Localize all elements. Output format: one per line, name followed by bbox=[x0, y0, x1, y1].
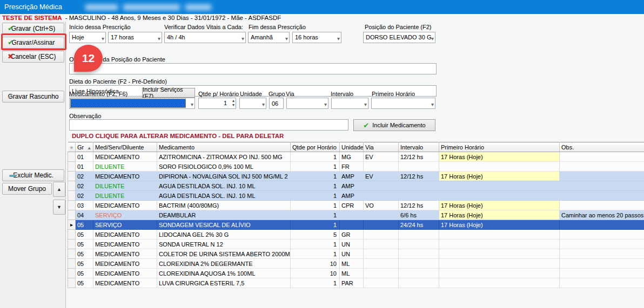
cell-primeiro[interactable] bbox=[439, 162, 560, 172]
cell-sel[interactable] bbox=[68, 210, 76, 220]
cell-obs[interactable] bbox=[560, 152, 644, 162]
cell-sel[interactable] bbox=[68, 201, 76, 210]
cell-sel[interactable] bbox=[68, 172, 76, 181]
cell-intervalo[interactable]: 6/6 hs bbox=[399, 210, 439, 220]
cell-tipo[interactable]: MEDICAMENTO bbox=[93, 201, 157, 210]
table-row[interactable]: 02 DILUENTE AGUA DESTILADA SOL. INJ. 10 … bbox=[68, 191, 644, 201]
cell-gr[interactable]: 01 bbox=[76, 162, 93, 172]
cell-intervalo[interactable] bbox=[399, 239, 439, 249]
cell-gr[interactable]: 02 bbox=[76, 172, 93, 181]
incluir-medicamento-button[interactable]: ✔ Incluir Medicamento bbox=[353, 119, 435, 131]
cell-unidade[interactable]: AMP bbox=[340, 181, 364, 191]
cell-unidade[interactable]: AMP bbox=[340, 191, 364, 201]
cell-intervalo[interactable]: 24/24 hs bbox=[399, 220, 439, 230]
cell-tipo[interactable]: MEDICAMENTO bbox=[93, 152, 157, 162]
cell-intervalo[interactable] bbox=[399, 230, 439, 239]
col-header-unidade[interactable]: Unidade bbox=[340, 142, 364, 152]
observacao-input[interactable] bbox=[69, 119, 348, 131]
gravar-rascunho-button[interactable]: ✔ Gravar Rascunho bbox=[2, 91, 64, 102]
cell-gr[interactable]: 05 bbox=[76, 259, 93, 269]
table-row[interactable]: 04 SERVIÇO DEAMBULAR 1 6/6 hs 17 Horas (… bbox=[68, 210, 644, 220]
spinner-down-icon[interactable]: ▾ bbox=[232, 103, 234, 107]
cell-tipo[interactable]: DILUENTE bbox=[93, 162, 157, 172]
cell-obs[interactable] bbox=[560, 269, 644, 278]
cell-qtde[interactable]: 1 bbox=[291, 239, 340, 249]
cell-tipo[interactable]: MEDICAMENTO bbox=[93, 259, 157, 269]
cell-sel[interactable] bbox=[68, 152, 76, 162]
cell-via[interactable]: VO bbox=[364, 201, 399, 210]
table-row[interactable]: 05 MEDICAMENTO LUVA CIRURGICA ESTERIL 7,… bbox=[68, 278, 644, 288]
cell-tipo[interactable]: MEDICAMENTO bbox=[93, 230, 157, 239]
inicio-time-select[interactable]: 17 horas ▾ bbox=[108, 32, 162, 43]
unidade-select[interactable]: ▾ bbox=[239, 98, 266, 109]
cell-primeiro[interactable]: 17 Horas (Hoje) bbox=[439, 220, 560, 230]
table-row[interactable]: 03 MEDICAMENTO BACTRIM (400/80MG) 1 CPR … bbox=[68, 201, 644, 210]
cell-via[interactable] bbox=[364, 278, 399, 288]
cell-unidade[interactable]: ML bbox=[340, 269, 364, 278]
cell-med[interactable]: SORO FISIOLOGICO 0,9% 100 ML bbox=[157, 162, 291, 172]
cell-obs[interactable] bbox=[560, 230, 644, 239]
cell-primeiro[interactable] bbox=[439, 191, 560, 201]
cell-sel[interactable] bbox=[68, 249, 76, 259]
cell-primeiro[interactable]: 17 Horas (Hoje) bbox=[439, 210, 560, 220]
cell-tipo[interactable]: MEDICAMENTO bbox=[93, 172, 157, 181]
cell-tipo[interactable]: DILUENTE bbox=[93, 181, 157, 191]
cell-obs[interactable] bbox=[560, 162, 644, 172]
cell-obs[interactable] bbox=[560, 278, 644, 288]
cell-sel[interactable] bbox=[68, 239, 76, 249]
cell-primeiro[interactable] bbox=[439, 249, 560, 259]
cell-intervalo[interactable] bbox=[399, 162, 439, 172]
cell-unidade[interactable]: CPR bbox=[340, 201, 364, 210]
cell-gr[interactable]: 05 bbox=[76, 249, 93, 259]
cell-primeiro[interactable] bbox=[439, 269, 560, 278]
cell-obs[interactable] bbox=[560, 191, 644, 201]
gravar-button[interactable]: ✔ Gravar (Ctrl+S) bbox=[2, 23, 64, 35]
posicao-select[interactable]: DORSO ELEVADO 30 G ▾ bbox=[363, 32, 435, 43]
cell-unidade[interactable]: AMP bbox=[340, 172, 364, 181]
table-row[interactable]: 02 MEDICAMENTO DIPIRONA - NOVALGINA SOL … bbox=[68, 172, 644, 181]
cell-gr[interactable]: 02 bbox=[76, 191, 93, 201]
cell-sel[interactable] bbox=[68, 162, 76, 172]
intervalo-select[interactable]: ▾ bbox=[331, 98, 368, 109]
cell-unidade[interactable]: PAR bbox=[340, 278, 364, 288]
cell-qtde[interactable]: 10 bbox=[291, 259, 340, 269]
table-row[interactable]: 05 MEDICAMENTO LIDOCAINA GEL 2% 30 G 5 G… bbox=[68, 230, 644, 239]
via-select[interactable]: ▾ bbox=[286, 98, 328, 109]
cell-sel[interactable] bbox=[68, 269, 76, 278]
cell-intervalo[interactable] bbox=[399, 278, 439, 288]
table-row[interactable]: 02 DILUENTE AGUA DESTILADA SOL. INJ. 10 … bbox=[68, 181, 644, 191]
cell-qtde[interactable]: 1 bbox=[291, 172, 340, 181]
cell-sel[interactable]: ▸ bbox=[68, 220, 76, 230]
cell-intervalo[interactable]: 12/12 hs bbox=[399, 172, 439, 181]
cell-sel[interactable] bbox=[68, 278, 76, 288]
mover-grupo-button[interactable]: Mover Grupo bbox=[2, 183, 52, 195]
cell-unidade[interactable]: FR bbox=[340, 162, 364, 172]
grupo-input[interactable] bbox=[269, 98, 284, 109]
mover-grupo-up-button[interactable]: ▲ bbox=[53, 182, 65, 197]
cell-qtde[interactable]: 1 bbox=[291, 152, 340, 162]
cell-sel[interactable] bbox=[68, 191, 76, 201]
cell-med[interactable]: AGUA DESTILADA SOL. INJ. 10 ML bbox=[157, 191, 291, 201]
cell-med[interactable]: BACTRIM (400/80MG) bbox=[157, 201, 291, 210]
grid-options-icon[interactable]: ✳ bbox=[69, 145, 73, 150]
cell-tipo[interactable]: MEDICAMENTO bbox=[93, 269, 157, 278]
cell-via[interactable]: EV bbox=[364, 152, 399, 162]
cell-via[interactable] bbox=[364, 181, 399, 191]
cell-obs[interactable] bbox=[560, 181, 644, 191]
cancelar-button[interactable]: ✖ Cancelar (ESC) bbox=[2, 51, 64, 63]
cell-obs[interactable] bbox=[560, 172, 644, 181]
cell-intervalo[interactable]: 12/12 hs bbox=[399, 152, 439, 162]
cell-qtde[interactable]: 1 bbox=[291, 201, 340, 210]
cell-tipo[interactable]: SERVIÇO bbox=[93, 220, 157, 230]
cell-primeiro[interactable]: 17 Horas (Hoje) bbox=[439, 152, 560, 162]
cell-primeiro[interactable] bbox=[439, 259, 560, 269]
cell-gr[interactable]: 05 bbox=[76, 269, 93, 278]
cell-unidade[interactable]: UN bbox=[340, 239, 364, 249]
incluir-servicos-button[interactable]: Incluir Serviços (F7) bbox=[142, 88, 195, 98]
obs-posicao-input[interactable] bbox=[69, 63, 437, 74]
cell-obs[interactable] bbox=[560, 220, 644, 230]
table-row[interactable]: 01 MEDICAMENTO AZITROMICINA - ZITROMAX P… bbox=[68, 152, 644, 162]
cell-med[interactable]: DIPIRONA - NOVALGINA SOL INJ 500 MG/ML 2 bbox=[157, 172, 291, 181]
cell-via[interactable] bbox=[364, 162, 399, 172]
cell-via[interactable] bbox=[364, 259, 399, 269]
